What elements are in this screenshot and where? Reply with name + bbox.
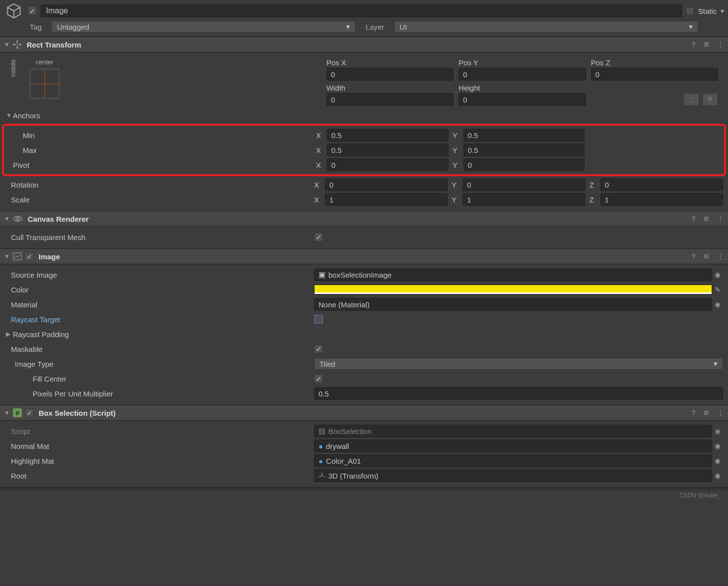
rotation-z-input[interactable] xyxy=(600,178,723,191)
anchors-label: Anchors xyxy=(11,111,320,120)
layer-label: Layer xyxy=(365,23,384,31)
watermark-text: CSDN @Aster_ xyxy=(0,490,728,501)
menu-icon[interactable]: ⋮ xyxy=(717,409,724,417)
highlight-mat-value: Color_A01 xyxy=(326,457,361,465)
root-value: 3D (Transform) xyxy=(328,472,378,480)
help-icon[interactable]: ? xyxy=(691,215,695,223)
source-image-field[interactable]: ▣ boxSelectionImage xyxy=(314,268,712,281)
foldout-icon[interactable]: ▼ xyxy=(4,41,10,48)
raycast-target-checkbox[interactable] xyxy=(314,315,323,324)
transform-axes-icon xyxy=(318,472,325,479)
anchors-foldout[interactable]: ▼ xyxy=(5,112,11,119)
foldout-icon[interactable]: ▼ xyxy=(4,409,10,416)
object-picker-icon[interactable]: ◉ xyxy=(712,271,723,279)
foldout-icon[interactable]: ▼ xyxy=(4,215,10,222)
image-component-header[interactable]: ▼ Image ? ⋮ xyxy=(0,248,728,264)
height-input[interactable] xyxy=(458,93,586,106)
tag-value: Untagged xyxy=(57,23,89,31)
anchor-max-y-input[interactable] xyxy=(463,144,585,156)
anchor-preset-button[interactable]: center xyxy=(20,58,69,106)
image-component-title: Image xyxy=(37,252,688,261)
raw-edit-button[interactable]: R xyxy=(702,93,718,106)
gameobject-active-checkbox[interactable] xyxy=(28,6,37,15)
root-field[interactable]: 3D (Transform) xyxy=(314,469,712,482)
menu-icon[interactable]: ⋮ xyxy=(717,252,724,260)
fill-center-checkbox[interactable] xyxy=(314,374,323,383)
gameobject-icon xyxy=(4,1,24,21)
anchor-h-label: center xyxy=(20,58,69,66)
posx-input[interactable] xyxy=(326,68,454,81)
rotation-x-input[interactable] xyxy=(325,178,448,191)
script-value: BoxSelection xyxy=(328,427,372,436)
box-selection-body: Script ▤ BoxSelection ◉ Normal Mat ● dry… xyxy=(0,421,728,487)
image-type-value: Tiled xyxy=(319,360,335,368)
anchor-min-x-input[interactable] xyxy=(327,129,449,142)
static-dropdown-icon[interactable]: ▾ xyxy=(721,7,724,15)
image-enabled-checkbox[interactable] xyxy=(25,252,34,261)
root-label: Root xyxy=(5,472,314,480)
tag-dropdown[interactable]: Untagged ▾ xyxy=(51,21,356,33)
posz-input[interactable] xyxy=(591,68,718,81)
color-swatch[interactable] xyxy=(314,285,712,294)
object-picker-icon[interactable]: ◉ xyxy=(712,457,723,465)
normal-mat-field[interactable]: ● drywall xyxy=(314,440,712,452)
preset-icon[interactable] xyxy=(702,409,710,417)
material-value: None (Material) xyxy=(318,300,369,309)
highlight-mat-field[interactable]: ● Color_A01 xyxy=(314,454,712,467)
preset-icon[interactable] xyxy=(702,215,710,223)
gameobject-name-input[interactable] xyxy=(41,4,682,17)
scale-z-input[interactable] xyxy=(600,193,723,206)
pivot-y-input[interactable] xyxy=(463,158,585,171)
raycast-padding-foldout[interactable]: ▶ xyxy=(5,331,11,338)
object-picker-icon[interactable]: ◉ xyxy=(712,472,723,480)
box-selection-enabled-checkbox[interactable] xyxy=(25,408,34,417)
preset-icon[interactable] xyxy=(702,252,710,260)
box-selection-header[interactable]: ▼ # Box Selection (Script) ? ⋮ xyxy=(0,405,728,421)
maskable-checkbox[interactable] xyxy=(314,344,323,353)
eyedropper-icon[interactable]: ✎ xyxy=(712,286,723,293)
fill-center-label: Fill Center xyxy=(5,375,314,383)
layer-dropdown[interactable]: UI ▾ xyxy=(394,21,698,33)
gameobject-header: Static ▾ xyxy=(0,0,728,21)
object-picker-icon[interactable]: ◉ xyxy=(712,442,723,450)
cull-mesh-checkbox[interactable] xyxy=(314,233,323,242)
rect-transform-header[interactable]: ▼ Rect Transform ? ⋮ xyxy=(0,37,728,52)
static-checkbox[interactable] xyxy=(686,7,694,15)
height-label: Height xyxy=(458,84,586,92)
image-type-dropdown[interactable]: Tiled ▾ xyxy=(314,358,723,370)
help-icon[interactable]: ? xyxy=(691,409,695,417)
blueprint-mode-button[interactable]: ⬚ xyxy=(683,93,699,106)
rect-transform-body: middle center Pos X Pos Y Pos Z Width He… xyxy=(0,52,728,211)
static-label: Static xyxy=(698,7,717,15)
rotation-y-input[interactable] xyxy=(462,178,585,191)
raycast-target-label: Raycast Target xyxy=(5,315,314,324)
anchor-max-x-input[interactable] xyxy=(327,144,449,156)
image-component-body: Source Image ▣ boxSelectionImage ◉ Color… xyxy=(0,264,728,405)
help-icon[interactable]: ? xyxy=(691,252,695,260)
preset-icon[interactable] xyxy=(702,41,710,49)
menu-icon[interactable]: ⋮ xyxy=(717,41,724,49)
canvas-renderer-body: Cull Transparent Mesh xyxy=(0,227,728,248)
pivot-x-input[interactable] xyxy=(327,158,449,171)
box-selection-title: Box Selection (Script) xyxy=(37,409,688,417)
material-field[interactable]: None (Material) xyxy=(314,298,712,311)
image-type-label: Image Type xyxy=(5,360,314,368)
object-picker-icon[interactable]: ◉ xyxy=(712,300,723,308)
anchors-min-label: Min xyxy=(7,131,316,140)
sprite-icon: ▣ xyxy=(318,270,325,279)
width-input[interactable] xyxy=(326,93,454,106)
ppu-input[interactable] xyxy=(314,387,723,400)
tag-label: Tag xyxy=(30,23,42,31)
menu-icon[interactable]: ⋮ xyxy=(717,215,724,223)
chevron-down-icon: ▾ xyxy=(689,22,693,31)
canvas-renderer-header[interactable]: ▼ Canvas Renderer ? ⋮ xyxy=(0,211,728,227)
help-icon[interactable]: ? xyxy=(691,41,695,49)
scale-y-input[interactable] xyxy=(462,193,585,206)
foldout-icon[interactable]: ▼ xyxy=(4,253,10,260)
rect-transform-tool-icon xyxy=(13,40,22,49)
scale-x-input[interactable] xyxy=(325,193,448,206)
posy-input[interactable] xyxy=(458,68,586,81)
anchor-min-y-input[interactable] xyxy=(463,129,585,142)
image-icon xyxy=(13,252,22,260)
visibility-icon xyxy=(13,215,23,222)
